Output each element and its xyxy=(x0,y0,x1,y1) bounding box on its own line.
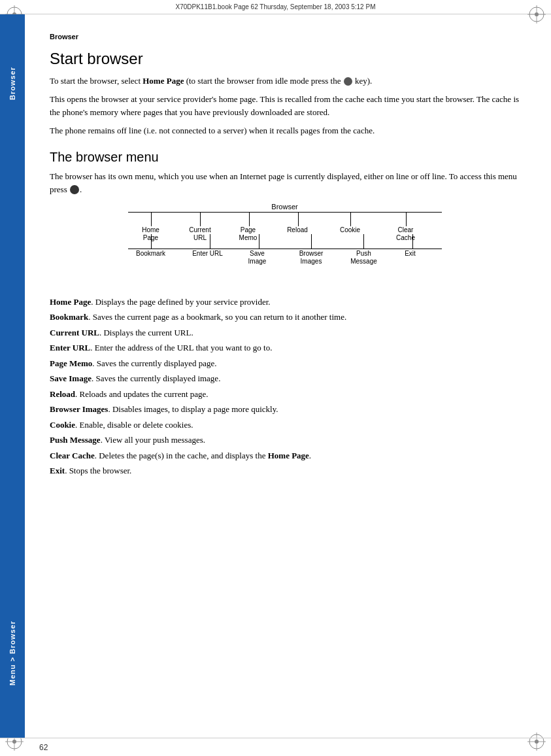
para-start-browser-1: To start the browser, select Home Page (… xyxy=(50,75,520,88)
label-bookmark: Bookmark xyxy=(129,250,173,258)
label-pushmessage: PushMessage xyxy=(344,250,384,266)
def-homepage: Home Page. Displays the page defined by … xyxy=(50,296,520,309)
sidebar: Browser Menu > Browser xyxy=(0,14,25,738)
para-start-browser-2: This opens the browser at your service p… xyxy=(50,93,520,119)
diagram-browser-label: Browser xyxy=(271,203,297,211)
para-start-browser-3: The phone remains off line (i.e. not con… xyxy=(50,124,520,137)
label-saveimage: SaveImage xyxy=(238,250,277,266)
label-exit: Exit xyxy=(397,250,424,258)
vline-exit xyxy=(412,234,413,249)
def-currenturl: Current URL. Displays the current URL. xyxy=(50,326,520,339)
def-browserimages: Browser Images. Disables images, to disp… xyxy=(50,403,520,416)
label-currenturl: CurrentURL xyxy=(179,226,222,243)
vline-enterurl xyxy=(210,234,210,249)
diagram-bottom-line xyxy=(128,249,442,249)
footer-bar: 62 xyxy=(0,738,551,756)
vline-clearcache xyxy=(406,212,407,226)
def-pagememo: Page Memo. Saves the currently displayed… xyxy=(50,357,520,370)
vline-browserimages xyxy=(311,234,312,249)
def-bookmark: Bookmark. Saves the current page as a bo… xyxy=(50,311,520,324)
key-icon xyxy=(344,77,352,86)
para-browser-menu-intro: The browser has its own menu, which you … xyxy=(50,170,520,196)
def-cookie: Cookie. Enable, disable or delete cookie… xyxy=(50,419,520,432)
def-pushmessage: Push Message. View all your push message… xyxy=(50,434,520,447)
menu-icon xyxy=(70,185,79,194)
page-heading-start-browser: Start browser xyxy=(50,50,520,68)
label-enterurl: Enter URL xyxy=(186,250,230,258)
vline-homepage xyxy=(151,212,152,226)
header-bar: X70DPK11B1.book Page 62 Thursday, Septem… xyxy=(0,0,551,14)
diagram-top-line xyxy=(128,212,442,213)
header-text: X70DPK11B1.book Page 62 Thursday, Septem… xyxy=(176,3,376,10)
vline-currenturl xyxy=(200,212,201,226)
def-enterurl: Enter URL. Enter the address of the URL … xyxy=(50,341,520,354)
vline-saveimage xyxy=(259,234,259,249)
vline-reload xyxy=(298,212,299,226)
label-cookie: Cookie xyxy=(331,226,370,235)
label-reload: Reload xyxy=(280,226,316,235)
def-clearcache: Clear Cache. Deletes the page(s) in the … xyxy=(50,449,520,462)
def-saveimage: Save Image. Saves the currently displaye… xyxy=(50,372,520,385)
sidebar-bottom-label: Menu > Browser xyxy=(8,621,16,685)
vline-pagememo xyxy=(249,212,250,226)
page-number: 62 xyxy=(39,743,48,752)
main-content: Browser Start browser To start the brows… xyxy=(25,14,551,738)
def-exit: Exit. Stops the browser. xyxy=(50,464,520,477)
page-heading-browser-menu: The browser menu xyxy=(50,150,520,165)
label-browserimages: BrowserImages xyxy=(290,250,333,266)
vline-bookmark xyxy=(151,234,152,249)
vline-pushmessage xyxy=(363,234,364,249)
label-pagememo: PageMemo xyxy=(229,226,268,243)
browser-menu-diagram: Browser HomePage CurrentURL PageMemo Rel… xyxy=(115,203,455,286)
vline-cookie xyxy=(350,212,351,226)
section-title: Browser xyxy=(50,33,520,41)
sidebar-top-label: Browser xyxy=(8,67,16,100)
label-clearcache: ClearCache xyxy=(387,226,425,243)
def-reload: Reload. Reloads and updates the current … xyxy=(50,388,520,401)
